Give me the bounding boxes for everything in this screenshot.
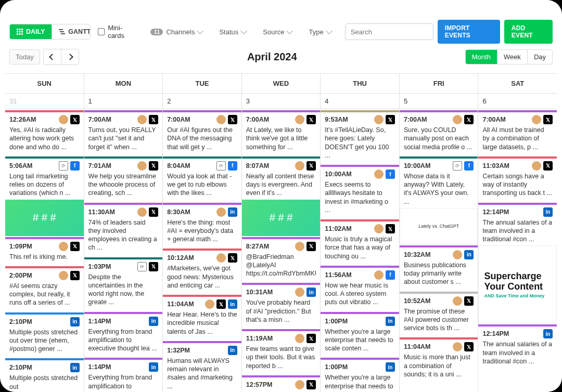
event-card[interactable]: 10:12AM𝕏#Marketers, we've got good news:… — [163, 249, 241, 294]
day-number[interactable]: 5 — [400, 94, 478, 109]
linkedin-icon: in — [149, 362, 158, 372]
event-text: Few teams want to give up their tools. B… — [246, 345, 316, 370]
event-time: 2:00PM — [9, 272, 57, 279]
status-filter[interactable]: Status — [213, 25, 252, 39]
linkedin-icon: in — [306, 288, 316, 297]
event-card[interactable]: 7:01AM𝕏We help you streamline the whoool… — [84, 156, 163, 202]
avatar — [453, 342, 462, 351]
event-card[interactable]: 8:27AM𝕏@BradFriedman @LatelyAI https://t… — [242, 237, 321, 282]
event-card[interactable]: 7:00AM𝕏At Lately, we like to think we've… — [242, 110, 321, 155]
search-box[interactable]: ✕ — [345, 23, 433, 40]
status-label: Status — [219, 28, 238, 36]
mini-cards-toggle[interactable]: Mini-cards — [98, 24, 136, 40]
event-time: 7:01AM — [88, 162, 136, 169]
add-event-button[interactable]: ADD EVENT — [504, 20, 553, 44]
chevron-down-icon — [287, 28, 293, 34]
x-icon: 𝕏 — [464, 342, 474, 351]
repeat-icon: ⟳ — [453, 161, 462, 171]
event-card[interactable]: 11:30AM𝕏74% of leaders said they involve… — [84, 203, 163, 256]
event-card[interactable]: 7:00AM𝕏Sure, you COULD manually post on … — [400, 110, 478, 155]
day-number[interactable]: 31 — [5, 94, 84, 109]
event-card[interactable]: 12:57PM𝕏 — [242, 375, 321, 392]
x-icon: 𝕏 — [228, 115, 237, 124]
event-text: All AI must be trained by a combination … — [482, 126, 553, 151]
event-card[interactable]: 10:31AMinYou've probably heard of #AI "p… — [242, 283, 321, 328]
event-card[interactable]: 10:00AMfExecs seems to alllllways hesita… — [321, 165, 399, 218]
day-number[interactable]: 6 — [478, 94, 557, 109]
event-card[interactable]: 8:04AM⟳fWould ya look at that - we get t… — [163, 156, 241, 202]
event-card[interactable]: 11:03AM𝕏Certain songs have a way of inst… — [478, 156, 557, 202]
event-card[interactable]: 1:09PM𝕏This ref is irking me. — [5, 237, 84, 265]
event-card[interactable]: 2:00PM𝕏#AI seems crazy complex, but real… — [5, 266, 84, 311]
x-icon: 𝕏 — [149, 161, 158, 171]
week-button[interactable]: Week — [497, 50, 527, 64]
event-card[interactable]: 7:00AM𝕏All AI must be trained by a combi… — [478, 110, 557, 155]
event-card[interactable]: 8:07AM𝕏Nearly all content these days is … — [242, 156, 321, 236]
event-time: 12:57PM — [246, 381, 293, 388]
event-card[interactable]: 1:14PMinEverything from brand amplificat… — [84, 358, 163, 392]
x-icon: 𝕏 — [149, 207, 158, 217]
day-button[interactable]: Day — [527, 50, 552, 64]
event-card[interactable]: 10:52AM𝕏The promise of these #AI powered… — [400, 292, 478, 337]
gantt-icon — [59, 29, 65, 35]
day-column: 37:00AM𝕏At Lately, we like to think we'v… — [241, 94, 321, 392]
type-filter[interactable]: Type — [302, 25, 337, 39]
event-card[interactable]: 7:00AM𝕏Turns out, you REALLY can't just … — [84, 110, 163, 155]
event-card[interactable]: 12:26AM𝕏Yes, #AI is radically altering h… — [5, 110, 84, 155]
event-card[interactable]: 11:02AM𝕏Music is truly a magical force t… — [321, 219, 399, 265]
event-time: 1:00PM — [325, 363, 384, 371]
event-card[interactable]: 11:04AM𝕏inHear Hear. Here's to the incre… — [163, 295, 241, 340]
today-button[interactable]: Today — [9, 49, 40, 64]
source-label: Source — [263, 28, 284, 36]
event-card[interactable]: 9:53AM𝕏It's #TellALieDay. So, here goes:… — [321, 110, 399, 164]
import-events-button[interactable]: IMPORT EVENTS — [438, 20, 500, 44]
event-card[interactable]: 11:19AM𝕏Few teams want to give up their … — [242, 329, 321, 374]
event-card[interactable]: 11:04AM𝕏Music is more than just a combin… — [400, 337, 478, 383]
event-card[interactable]: 8:30AMinHere's the thing: most #AI = eve… — [163, 203, 241, 248]
event-time: 10:00AM — [404, 162, 451, 169]
day-number[interactable]: 3 — [242, 94, 321, 109]
event-card[interactable]: 10:32AMinBusiness publications today pri… — [400, 245, 478, 291]
day-header: MON — [84, 74, 163, 94]
daily-view-button[interactable]: DAILY — [10, 24, 52, 39]
next-button[interactable] — [61, 49, 79, 64]
event-card[interactable]: 2:10PMinMultiple posts stretched out — [5, 358, 84, 392]
event-time: 7:00AM — [482, 116, 530, 123]
event-card[interactable]: 12:14PMinThe annual salaries of a team i… — [478, 324, 557, 370]
svg-rect-11 — [61, 33, 65, 34]
day-number[interactable]: 1 — [84, 94, 163, 109]
event-card[interactable]: 1:00PMinWhether you're a large enterpris… — [321, 358, 399, 392]
source-filter[interactable]: Source — [257, 25, 298, 39]
gantt-view-button[interactable]: GANTT — [52, 24, 91, 39]
avatar — [59, 115, 68, 124]
svg-rect-3 — [17, 31, 18, 33]
day-number[interactable]: 2 — [163, 94, 241, 109]
event-time: 11:30AM — [88, 208, 136, 216]
event-card[interactable]: 5:06AM⟳fLong tail #marketing relies on d… — [5, 156, 84, 236]
event-card[interactable]: 1:32PMinHumans will ALWAYS remain releva… — [163, 341, 241, 392]
event-card[interactable]: 1:03PM⟳𝕏Despite the uncertainties in the… — [84, 257, 163, 311]
calendar-title: April 2024 — [79, 51, 465, 63]
event-card[interactable]: 10:00AM⟳fWhose data is it anyway? With L… — [400, 156, 478, 244]
event-time: 11:03AM — [482, 162, 530, 169]
channels-filter[interactable]: 11 Channels — [144, 25, 209, 39]
month-button[interactable]: Month — [466, 50, 497, 64]
event-card[interactable]: 12:14PMinThe annual salaries of a team i… — [478, 203, 557, 324]
event-card[interactable]: 11:56AMfHow we hear music is cool. A ste… — [321, 266, 399, 311]
day-number[interactable]: 4 — [321, 94, 399, 109]
svg-rect-9 — [59, 29, 63, 30]
event-text: You've probably heard of #AI "prediction… — [246, 298, 316, 324]
day-header: SAT — [478, 74, 557, 94]
event-card[interactable]: 7:00AM𝕏Our #AI figures out the DNA of th… — [163, 110, 241, 155]
event-text: Music is more than just a combination of… — [404, 353, 474, 378]
event-text: Sure, you COULD manually post on each so… — [404, 126, 474, 151]
prev-button[interactable] — [44, 49, 61, 64]
avatar — [205, 299, 214, 309]
event-card[interactable]: 2:10PMinMultiple posts stretched out ove… — [5, 312, 84, 358]
linkedin-icon: in — [228, 207, 237, 217]
avatar — [295, 380, 304, 389]
svg-rect-6 — [17, 33, 18, 35]
search-input[interactable] — [350, 28, 439, 36]
event-card[interactable]: 1:14PMinEverything from brand amplificat… — [84, 312, 163, 357]
event-card[interactable]: 1:00PMinWhether you're a large enterpris… — [321, 312, 399, 357]
